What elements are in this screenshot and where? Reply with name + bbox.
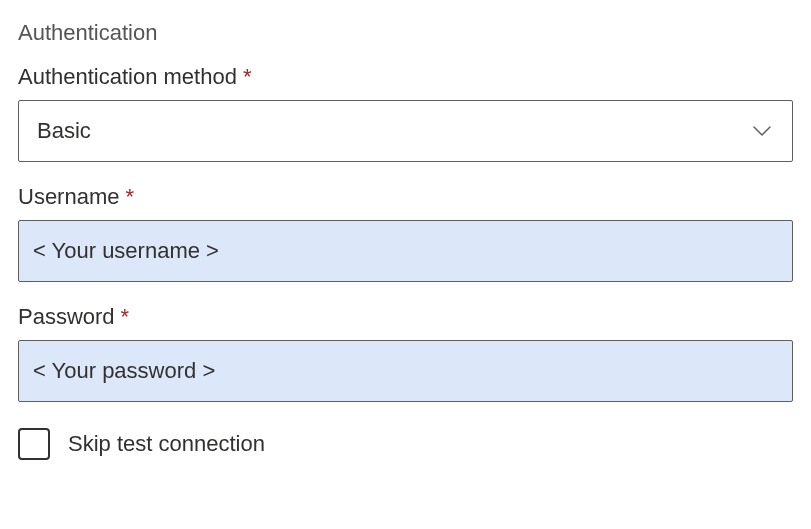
password-label-text: Password (18, 304, 115, 330)
username-label: Username * (18, 184, 793, 210)
username-input[interactable] (18, 220, 793, 282)
password-label: Password * (18, 304, 793, 330)
auth-method-value: Basic (37, 118, 91, 144)
required-star: * (125, 184, 134, 210)
username-label-text: Username (18, 184, 119, 210)
chevron-down-icon (750, 119, 774, 143)
auth-method-dropdown[interactable]: Basic (18, 100, 793, 162)
password-input[interactable] (18, 340, 793, 402)
section-heading: Authentication (18, 20, 793, 46)
skip-test-label: Skip test connection (68, 431, 265, 457)
auth-method-label: Authentication method * (18, 64, 793, 90)
auth-method-label-text: Authentication method (18, 64, 237, 90)
required-star: * (243, 64, 252, 90)
skip-test-row: Skip test connection (18, 428, 793, 460)
skip-test-checkbox[interactable] (18, 428, 50, 460)
required-star: * (121, 304, 130, 330)
